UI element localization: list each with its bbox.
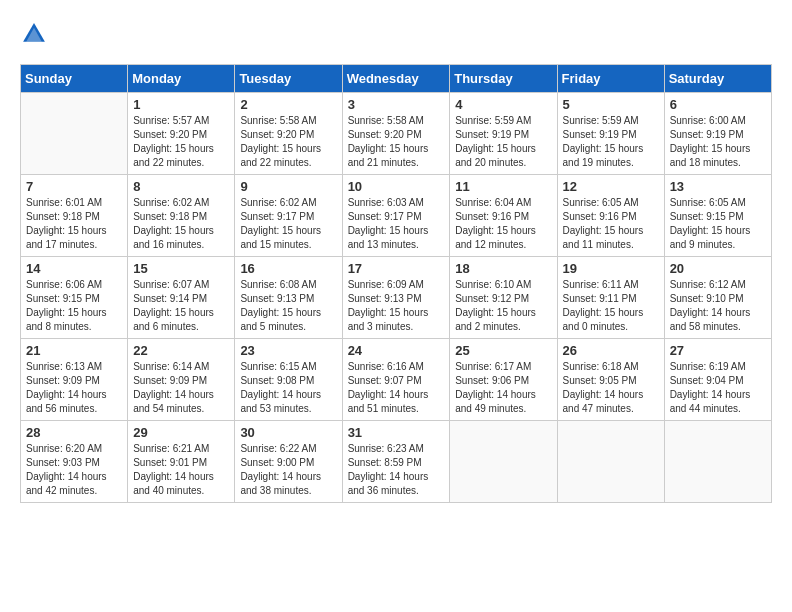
day-info: Sunrise: 6:02 AM Sunset: 9:18 PM Dayligh… [133, 196, 229, 252]
day-info: Sunrise: 6:08 AM Sunset: 9:13 PM Dayligh… [240, 278, 336, 334]
day-number: 3 [348, 97, 445, 112]
calendar-cell: 22Sunrise: 6:14 AM Sunset: 9:09 PM Dayli… [128, 339, 235, 421]
calendar-cell: 9Sunrise: 6:02 AM Sunset: 9:17 PM Daylig… [235, 175, 342, 257]
day-number: 27 [670, 343, 766, 358]
calendar-cell: 17Sunrise: 6:09 AM Sunset: 9:13 PM Dayli… [342, 257, 450, 339]
day-number: 11 [455, 179, 551, 194]
day-number: 31 [348, 425, 445, 440]
day-info: Sunrise: 6:16 AM Sunset: 9:07 PM Dayligh… [348, 360, 445, 416]
day-header-saturday: Saturday [664, 65, 771, 93]
calendar-cell: 24Sunrise: 6:16 AM Sunset: 9:07 PM Dayli… [342, 339, 450, 421]
day-info: Sunrise: 6:20 AM Sunset: 9:03 PM Dayligh… [26, 442, 122, 498]
day-info: Sunrise: 6:23 AM Sunset: 8:59 PM Dayligh… [348, 442, 445, 498]
calendar-table: SundayMondayTuesdayWednesdayThursdayFrid… [20, 64, 772, 503]
day-number: 2 [240, 97, 336, 112]
day-info: Sunrise: 6:06 AM Sunset: 9:15 PM Dayligh… [26, 278, 122, 334]
day-info: Sunrise: 6:04 AM Sunset: 9:16 PM Dayligh… [455, 196, 551, 252]
day-info: Sunrise: 5:58 AM Sunset: 9:20 PM Dayligh… [240, 114, 336, 170]
calendar-cell [21, 93, 128, 175]
calendar-cell: 7Sunrise: 6:01 AM Sunset: 9:18 PM Daylig… [21, 175, 128, 257]
day-info: Sunrise: 6:05 AM Sunset: 9:15 PM Dayligh… [670, 196, 766, 252]
day-header-thursday: Thursday [450, 65, 557, 93]
calendar-cell [557, 421, 664, 503]
day-header-sunday: Sunday [21, 65, 128, 93]
calendar-cell: 5Sunrise: 5:59 AM Sunset: 9:19 PM Daylig… [557, 93, 664, 175]
day-info: Sunrise: 6:02 AM Sunset: 9:17 PM Dayligh… [240, 196, 336, 252]
day-info: Sunrise: 6:01 AM Sunset: 9:18 PM Dayligh… [26, 196, 122, 252]
calendar-cell: 27Sunrise: 6:19 AM Sunset: 9:04 PM Dayli… [664, 339, 771, 421]
day-number: 19 [563, 261, 659, 276]
calendar-cell: 20Sunrise: 6:12 AM Sunset: 9:10 PM Dayli… [664, 257, 771, 339]
day-number: 17 [348, 261, 445, 276]
day-number: 13 [670, 179, 766, 194]
day-info: Sunrise: 6:10 AM Sunset: 9:12 PM Dayligh… [455, 278, 551, 334]
day-info: Sunrise: 6:00 AM Sunset: 9:19 PM Dayligh… [670, 114, 766, 170]
calendar-cell: 11Sunrise: 6:04 AM Sunset: 9:16 PM Dayli… [450, 175, 557, 257]
calendar-cell: 3Sunrise: 5:58 AM Sunset: 9:20 PM Daylig… [342, 93, 450, 175]
day-number: 9 [240, 179, 336, 194]
logo [20, 20, 52, 48]
page-header [20, 20, 772, 48]
day-number: 24 [348, 343, 445, 358]
day-number: 16 [240, 261, 336, 276]
day-number: 8 [133, 179, 229, 194]
day-info: Sunrise: 6:17 AM Sunset: 9:06 PM Dayligh… [455, 360, 551, 416]
day-number: 7 [26, 179, 122, 194]
calendar-cell: 18Sunrise: 6:10 AM Sunset: 9:12 PM Dayli… [450, 257, 557, 339]
calendar-cell: 2Sunrise: 5:58 AM Sunset: 9:20 PM Daylig… [235, 93, 342, 175]
calendar-cell: 26Sunrise: 6:18 AM Sunset: 9:05 PM Dayli… [557, 339, 664, 421]
day-number: 28 [26, 425, 122, 440]
calendar-cell: 19Sunrise: 6:11 AM Sunset: 9:11 PM Dayli… [557, 257, 664, 339]
calendar-cell: 12Sunrise: 6:05 AM Sunset: 9:16 PM Dayli… [557, 175, 664, 257]
calendar-week-4: 21Sunrise: 6:13 AM Sunset: 9:09 PM Dayli… [21, 339, 772, 421]
day-info: Sunrise: 5:59 AM Sunset: 9:19 PM Dayligh… [563, 114, 659, 170]
day-info: Sunrise: 6:21 AM Sunset: 9:01 PM Dayligh… [133, 442, 229, 498]
day-number: 30 [240, 425, 336, 440]
calendar-week-1: 1Sunrise: 5:57 AM Sunset: 9:20 PM Daylig… [21, 93, 772, 175]
calendar-cell: 15Sunrise: 6:07 AM Sunset: 9:14 PM Dayli… [128, 257, 235, 339]
calendar-cell [450, 421, 557, 503]
day-info: Sunrise: 6:12 AM Sunset: 9:10 PM Dayligh… [670, 278, 766, 334]
calendar-cell: 28Sunrise: 6:20 AM Sunset: 9:03 PM Dayli… [21, 421, 128, 503]
calendar-cell: 30Sunrise: 6:22 AM Sunset: 9:00 PM Dayli… [235, 421, 342, 503]
day-number: 10 [348, 179, 445, 194]
calendar-cell: 14Sunrise: 6:06 AM Sunset: 9:15 PM Dayli… [21, 257, 128, 339]
day-header-friday: Friday [557, 65, 664, 93]
day-number: 21 [26, 343, 122, 358]
day-info: Sunrise: 5:58 AM Sunset: 9:20 PM Dayligh… [348, 114, 445, 170]
day-info: Sunrise: 5:59 AM Sunset: 9:19 PM Dayligh… [455, 114, 551, 170]
calendar-cell: 8Sunrise: 6:02 AM Sunset: 9:18 PM Daylig… [128, 175, 235, 257]
day-header-wednesday: Wednesday [342, 65, 450, 93]
calendar-cell [664, 421, 771, 503]
day-info: Sunrise: 6:22 AM Sunset: 9:00 PM Dayligh… [240, 442, 336, 498]
day-info: Sunrise: 6:03 AM Sunset: 9:17 PM Dayligh… [348, 196, 445, 252]
day-number: 20 [670, 261, 766, 276]
day-number: 29 [133, 425, 229, 440]
calendar-week-3: 14Sunrise: 6:06 AM Sunset: 9:15 PM Dayli… [21, 257, 772, 339]
calendar-cell: 1Sunrise: 5:57 AM Sunset: 9:20 PM Daylig… [128, 93, 235, 175]
day-info: Sunrise: 6:05 AM Sunset: 9:16 PM Dayligh… [563, 196, 659, 252]
calendar-cell: 21Sunrise: 6:13 AM Sunset: 9:09 PM Dayli… [21, 339, 128, 421]
day-info: Sunrise: 6:19 AM Sunset: 9:04 PM Dayligh… [670, 360, 766, 416]
day-number: 23 [240, 343, 336, 358]
calendar-cell: 23Sunrise: 6:15 AM Sunset: 9:08 PM Dayli… [235, 339, 342, 421]
day-number: 14 [26, 261, 122, 276]
calendar-cell: 10Sunrise: 6:03 AM Sunset: 9:17 PM Dayli… [342, 175, 450, 257]
calendar-cell: 13Sunrise: 6:05 AM Sunset: 9:15 PM Dayli… [664, 175, 771, 257]
calendar-week-2: 7Sunrise: 6:01 AM Sunset: 9:18 PM Daylig… [21, 175, 772, 257]
day-number: 1 [133, 97, 229, 112]
calendar-cell: 31Sunrise: 6:23 AM Sunset: 8:59 PM Dayli… [342, 421, 450, 503]
day-info: Sunrise: 6:13 AM Sunset: 9:09 PM Dayligh… [26, 360, 122, 416]
day-header-monday: Monday [128, 65, 235, 93]
calendar-header-row: SundayMondayTuesdayWednesdayThursdayFrid… [21, 65, 772, 93]
calendar-cell: 6Sunrise: 6:00 AM Sunset: 9:19 PM Daylig… [664, 93, 771, 175]
day-number: 22 [133, 343, 229, 358]
day-number: 25 [455, 343, 551, 358]
day-number: 15 [133, 261, 229, 276]
day-info: Sunrise: 5:57 AM Sunset: 9:20 PM Dayligh… [133, 114, 229, 170]
calendar-cell: 4Sunrise: 5:59 AM Sunset: 9:19 PM Daylig… [450, 93, 557, 175]
day-number: 26 [563, 343, 659, 358]
calendar-cell: 29Sunrise: 6:21 AM Sunset: 9:01 PM Dayli… [128, 421, 235, 503]
day-info: Sunrise: 6:18 AM Sunset: 9:05 PM Dayligh… [563, 360, 659, 416]
day-info: Sunrise: 6:15 AM Sunset: 9:08 PM Dayligh… [240, 360, 336, 416]
